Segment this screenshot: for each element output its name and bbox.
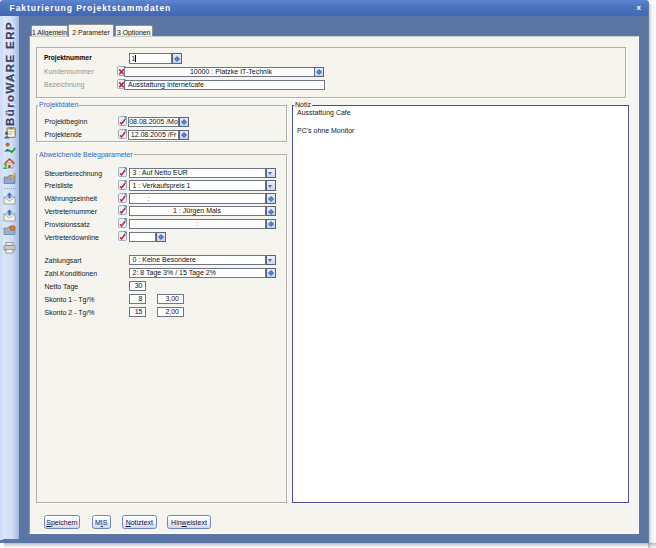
- svg-text:2: 2: [3, 163, 7, 170]
